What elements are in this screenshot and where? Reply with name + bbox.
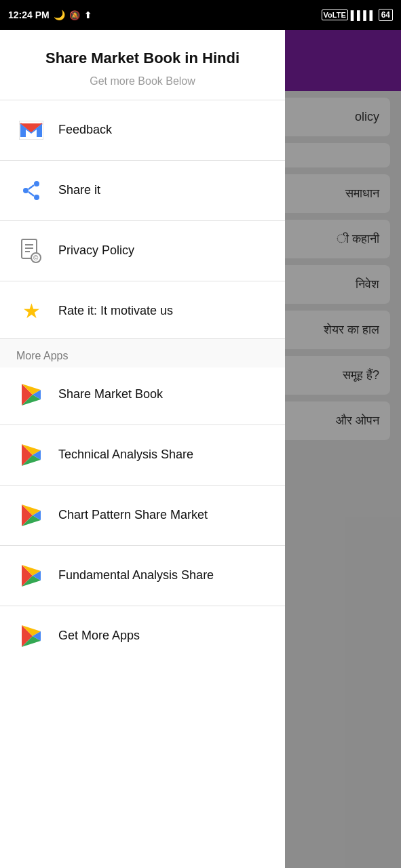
star-icon: ★: [16, 296, 46, 326]
rate-label: Rate it: It motivate us: [58, 304, 173, 318]
vibrate-icon: 🔕: [69, 10, 80, 20]
share-icon: [16, 176, 46, 205]
playstore-icon-2: [16, 440, 46, 470]
upload-icon: ⬆: [84, 10, 92, 20]
status-time: 12:24 PM: [8, 9, 50, 20]
share-label: Share it: [58, 183, 100, 197]
divider: [0, 606, 285, 606]
menu-item-feedback[interactable]: Feedback: [0, 103, 285, 157]
drawer-title: Share Market Book in Hindi: [14, 49, 271, 68]
gmail-icon: [16, 115, 46, 145]
feedback-label: Feedback: [58, 123, 112, 137]
playstore-icon-1: [16, 380, 46, 410]
status-bar: 12:24 PM 🌙 🔕 ⬆ VoLTE ▌▌▌▌ 64: [0, 0, 401, 30]
share-market-book-label: Share Market Book: [58, 387, 163, 401]
menu-item-technical-analysis[interactable]: Technical Analysis Share: [0, 428, 285, 482]
status-right: VoLTE ▌▌▌▌ 64: [322, 9, 393, 21]
navigation-drawer: Share Market Book in Hindi Get more Book…: [0, 30, 285, 868]
get-more-apps-label: Get More Apps: [58, 629, 140, 643]
svg-point-3: [23, 188, 28, 193]
menu-item-privacy[interactable]: © Privacy Policy: [0, 224, 285, 278]
status-left: 12:24 PM 🌙 🔕 ⬆: [8, 9, 92, 20]
privacy-label: Privacy Policy: [58, 243, 134, 258]
fundamental-analysis-label: Fundamental Analysis Share: [58, 568, 214, 583]
moon-icon: 🌙: [54, 9, 65, 20]
battery-icon: 64: [379, 9, 393, 21]
svg-point-4: [34, 195, 39, 200]
drawer-title-section: Share Market Book in Hindi Get more Book…: [0, 30, 285, 97]
svg-line-5: [28, 185, 34, 189]
more-apps-section: More Apps: [0, 338, 285, 368]
chart-pattern-label: Chart Pattern Share Market: [58, 508, 208, 522]
menu-item-share-market-book[interactable]: Share Market Book: [0, 368, 285, 422]
volte-icon: VoLTE: [322, 9, 348, 20]
divider: [0, 425, 285, 425]
divider: [0, 281, 285, 281]
svg-point-2: [34, 181, 39, 186]
menu-item-share[interactable]: Share it: [0, 163, 285, 218]
menu-item-fundamental-analysis[interactable]: Fundamental Analysis Share: [0, 549, 285, 603]
divider: [0, 220, 285, 221]
document-icon: ©: [16, 236, 46, 266]
more-apps-label: More Apps: [16, 350, 68, 361]
technical-analysis-label: Technical Analysis Share: [58, 448, 193, 462]
playstore-icon-4: [16, 561, 46, 591]
svg-line-6: [28, 192, 34, 196]
menu-item-get-more-apps[interactable]: Get More Apps: [0, 609, 285, 663]
divider: [0, 160, 285, 161]
playstore-icon-5: [16, 621, 46, 651]
menu-item-chart-pattern[interactable]: Chart Pattern Share Market: [0, 488, 285, 542]
drawer-overlay: Share Market Book in Hindi Get more Book…: [0, 30, 401, 868]
divider: [0, 485, 285, 486]
divider: [0, 100, 285, 100]
divider: [0, 545, 285, 546]
menu-item-rate[interactable]: ★ Rate it: It motivate us: [0, 284, 285, 338]
playstore-icon-3: [16, 500, 46, 530]
drawer-subtitle: Get more Book Below: [14, 75, 271, 87]
svg-text:©: ©: [33, 254, 39, 262]
signal-icon: ▌▌▌▌: [351, 10, 376, 20]
